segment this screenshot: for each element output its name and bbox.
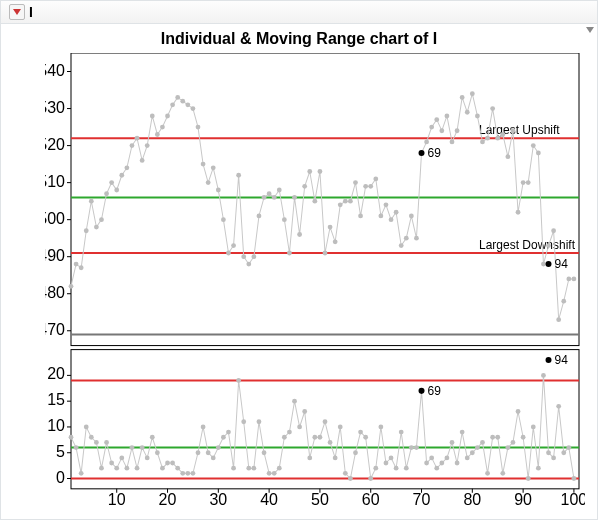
svg-point-185	[272, 471, 277, 476]
resize-handle[interactable]	[585, 25, 595, 39]
svg-text:30: 30	[209, 490, 227, 508]
svg-point-223	[465, 455, 470, 460]
svg-point-184	[267, 471, 272, 476]
svg-text:69: 69	[428, 384, 442, 398]
svg-point-40	[140, 158, 145, 163]
svg-point-67	[277, 188, 282, 193]
svg-point-243	[566, 445, 571, 450]
svg-point-158	[135, 466, 140, 471]
svg-point-238	[541, 373, 546, 378]
svg-text:100: 100	[561, 490, 585, 508]
svg-point-112	[505, 154, 510, 159]
svg-point-192	[307, 455, 312, 460]
svg-point-39	[135, 136, 140, 141]
svg-point-88	[384, 202, 389, 207]
svg-point-122	[556, 317, 561, 322]
svg-text:480: 480	[45, 283, 65, 301]
svg-point-186	[277, 466, 282, 471]
svg-text:510: 510	[45, 172, 65, 190]
svg-point-237	[536, 466, 541, 471]
svg-point-71	[297, 232, 302, 237]
svg-text:20: 20	[159, 490, 177, 508]
svg-point-99	[439, 128, 444, 133]
svg-point-227	[485, 471, 490, 476]
svg-point-199	[343, 471, 348, 476]
svg-text:70: 70	[413, 490, 431, 508]
svg-text:50: 50	[311, 490, 329, 508]
svg-point-110	[495, 136, 500, 141]
svg-point-156	[124, 466, 129, 471]
svg-point-76	[323, 251, 328, 256]
svg-point-152	[104, 440, 109, 445]
svg-point-33	[104, 191, 109, 196]
svg-point-47	[175, 95, 180, 100]
svg-point-235	[526, 476, 531, 481]
svg-point-234	[521, 435, 526, 440]
svg-point-194	[318, 435, 323, 440]
disclosure-toggle[interactable]	[9, 4, 25, 20]
svg-point-160	[145, 455, 150, 460]
svg-point-178	[236, 378, 241, 383]
svg-point-56	[221, 217, 226, 222]
svg-point-125	[572, 276, 577, 281]
svg-point-219	[445, 455, 450, 460]
svg-text:15: 15	[47, 390, 65, 408]
svg-point-31	[94, 225, 99, 230]
svg-point-104	[465, 110, 470, 115]
svg-point-94	[414, 236, 419, 241]
svg-point-101	[450, 139, 455, 144]
svg-text:40: 40	[260, 490, 278, 508]
svg-point-171	[201, 425, 206, 430]
svg-point-244	[572, 476, 577, 481]
svg-point-236	[531, 425, 536, 430]
svg-point-205	[373, 466, 378, 471]
svg-point-50	[191, 106, 196, 111]
svg-point-240	[551, 455, 556, 460]
svg-point-75	[318, 169, 323, 174]
svg-point-241	[556, 404, 561, 409]
svg-point-164	[165, 461, 170, 466]
svg-point-44	[160, 125, 165, 130]
svg-point-52	[201, 162, 206, 167]
svg-point-119	[541, 262, 546, 267]
svg-point-196	[328, 440, 333, 445]
svg-point-89	[389, 217, 394, 222]
svg-point-72	[302, 184, 307, 189]
svg-point-87	[378, 214, 383, 219]
svg-rect-130	[71, 350, 579, 489]
svg-point-91	[399, 243, 404, 248]
svg-text:5: 5	[56, 442, 65, 460]
chart-area: 470480490500510520530540ILargest Upshift…	[45, 53, 585, 509]
svg-point-73	[307, 169, 312, 174]
svg-text:0: 0	[56, 467, 65, 485]
svg-point-51	[196, 125, 201, 130]
svg-point-233	[516, 409, 521, 414]
svg-point-217	[434, 466, 439, 471]
svg-point-187	[282, 435, 287, 440]
svg-point-58	[231, 243, 236, 248]
svg-text:94: 94	[555, 257, 569, 271]
svg-point-60	[241, 254, 246, 259]
svg-point-65	[267, 191, 272, 196]
svg-point-145	[69, 435, 74, 440]
svg-point-105	[470, 91, 475, 96]
svg-point-210	[399, 430, 404, 435]
svg-point-128	[546, 261, 552, 267]
svg-point-180	[246, 466, 251, 471]
svg-text:69: 69	[428, 146, 442, 160]
svg-marker-0	[13, 9, 21, 15]
svg-point-222	[460, 430, 465, 435]
svg-point-46	[170, 102, 175, 107]
svg-point-209	[394, 466, 399, 471]
svg-marker-1	[586, 27, 594, 33]
svg-point-57	[226, 251, 231, 256]
svg-point-83	[358, 214, 363, 219]
svg-point-175	[221, 435, 226, 440]
svg-point-120	[546, 243, 551, 248]
svg-point-80	[343, 199, 348, 204]
svg-point-166	[175, 466, 180, 471]
svg-text:90: 90	[514, 490, 532, 508]
svg-point-148	[84, 425, 89, 430]
svg-point-147	[79, 471, 84, 476]
svg-point-109	[490, 106, 495, 111]
